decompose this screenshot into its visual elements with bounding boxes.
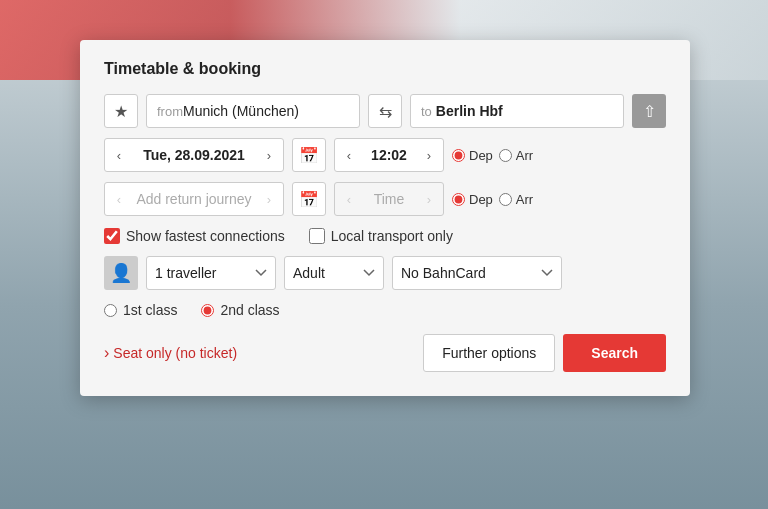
traveller-select[interactable]: 1 traveller 2 travellers 3 travellers xyxy=(146,256,276,290)
date-time-row: ‹ Tue, 28.09.2021 › 📅 ‹ 12:02 › Dep Arr xyxy=(104,138,666,172)
return-navigator[interactable]: ‹ Add return journey › xyxy=(104,182,284,216)
show-fastest-checkbox[interactable] xyxy=(104,228,120,244)
date-prev-button[interactable]: ‹ xyxy=(105,138,133,172)
class-1-radio[interactable] xyxy=(104,304,117,317)
modal-title: Timetable & booking xyxy=(104,60,666,78)
return-arr-label: Arr xyxy=(516,192,533,207)
show-fastest-label[interactable]: Show fastest connections xyxy=(104,228,285,244)
to-label: to xyxy=(421,104,432,119)
local-transport-checkbox[interactable] xyxy=(309,228,325,244)
person-icon: 👤 xyxy=(104,256,138,290)
return-placeholder: Add return journey xyxy=(133,191,255,207)
time-next-button[interactable]: › xyxy=(415,138,443,172)
action-buttons: Further options Search xyxy=(423,334,666,372)
arr-radio[interactable] xyxy=(499,149,512,162)
time-prev-button[interactable]: ‹ xyxy=(335,138,363,172)
bottom-row: Seat only (no ticket) Further options Se… xyxy=(104,334,666,372)
from-value: Munich (München) xyxy=(183,103,299,119)
return-arr-radio[interactable] xyxy=(499,193,512,206)
return-dep-radio[interactable] xyxy=(452,193,465,206)
origin-destination-row: ★ from Munich (München) ⇆ to Berlin Hbf … xyxy=(104,94,666,128)
to-field[interactable]: to Berlin Hbf xyxy=(410,94,624,128)
from-label: from xyxy=(157,104,183,119)
return-row: ‹ Add return journey › 📅 ‹ Time › Dep Ar… xyxy=(104,182,666,216)
collapse-button[interactable]: ⇧ xyxy=(632,94,666,128)
dep-radio[interactable] xyxy=(452,149,465,162)
time-value: 12:02 xyxy=(363,147,415,163)
class-2-radio[interactable] xyxy=(201,304,214,317)
date-value: Tue, 28.09.2021 xyxy=(133,147,255,163)
swap-button[interactable]: ⇆ xyxy=(368,94,402,128)
dep-arr-group: Dep Arr xyxy=(452,148,533,163)
date-next-button[interactable]: › xyxy=(255,138,283,172)
return-arr-radio-label[interactable]: Arr xyxy=(499,192,533,207)
arr-radio-label[interactable]: Arr xyxy=(499,148,533,163)
return-calendar-button[interactable]: 📅 xyxy=(292,182,326,216)
return-dep-arr-group: Dep Arr xyxy=(452,192,533,207)
date-navigator[interactable]: ‹ Tue, 28.09.2021 › xyxy=(104,138,284,172)
return-dep-label: Dep xyxy=(469,192,493,207)
from-field[interactable]: from Munich (München) xyxy=(146,94,360,128)
class-2-text: 2nd class xyxy=(220,302,279,318)
favorite-button[interactable]: ★ xyxy=(104,94,138,128)
dep-radio-label[interactable]: Dep xyxy=(452,148,493,163)
further-options-button[interactable]: Further options xyxy=(423,334,555,372)
return-time-placeholder: Time xyxy=(363,191,415,207)
traveller-row: 👤 1 traveller 2 travellers 3 travellers … xyxy=(104,256,666,290)
show-fastest-text: Show fastest connections xyxy=(126,228,285,244)
local-transport-label[interactable]: Local transport only xyxy=(309,228,453,244)
return-time-field: ‹ Time › xyxy=(334,182,444,216)
return-dep-radio-label[interactable]: Dep xyxy=(452,192,493,207)
return-time-next-button[interactable]: › xyxy=(415,182,443,216)
class-1-label[interactable]: 1st class xyxy=(104,302,177,318)
adult-select[interactable]: Adult Child xyxy=(284,256,384,290)
class-1-text: 1st class xyxy=(123,302,177,318)
local-transport-text: Local transport only xyxy=(331,228,453,244)
search-button[interactable]: Search xyxy=(563,334,666,372)
dep-label: Dep xyxy=(469,148,493,163)
arr-label: Arr xyxy=(516,148,533,163)
calendar-button[interactable]: 📅 xyxy=(292,138,326,172)
return-next-button[interactable]: › xyxy=(255,182,283,216)
seat-only-link[interactable]: Seat only (no ticket) xyxy=(104,344,237,362)
options-row: Show fastest connections Local transport… xyxy=(104,228,666,244)
class-row: 1st class 2nd class xyxy=(104,302,666,318)
return-prev-button[interactable]: ‹ xyxy=(105,182,133,216)
booking-modal: Timetable & booking ★ from Munich (Münch… xyxy=(80,40,690,396)
class-2-label[interactable]: 2nd class xyxy=(201,302,279,318)
return-time-prev-button[interactable]: ‹ xyxy=(335,182,363,216)
to-value: Berlin Hbf xyxy=(436,103,503,119)
bahncard-select[interactable]: No BahnCard BahnCard 25 BahnCard 50 Bahn… xyxy=(392,256,562,290)
time-navigator[interactable]: ‹ 12:02 › xyxy=(334,138,444,172)
